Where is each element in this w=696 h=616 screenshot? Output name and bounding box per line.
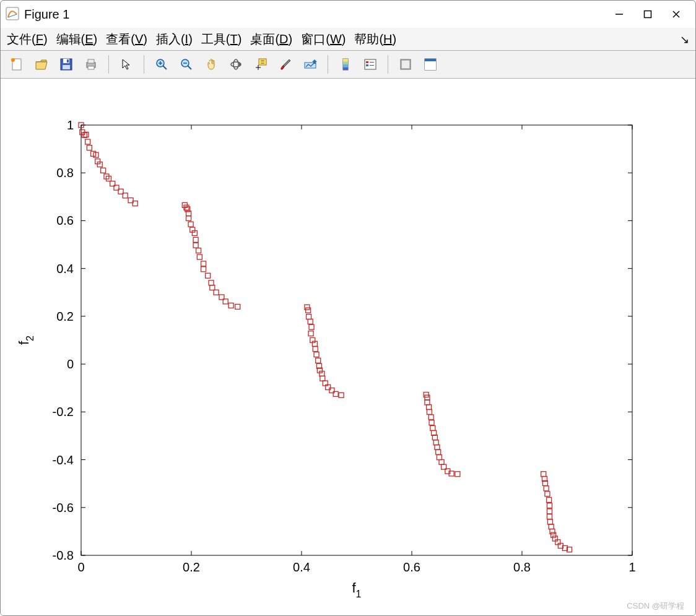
svg-rect-46: [425, 59, 436, 61]
svg-rect-47: [425, 61, 428, 70]
svg-text:f1: f1: [352, 580, 361, 599]
menu-window[interactable]: 窗口(W): [301, 31, 346, 48]
svg-text:0: 0: [77, 560, 84, 574]
menubar: 文件(F) 编辑(E) 查看(V) 插入(I) 工具(T) 桌面(D) 窗口(W…: [1, 28, 695, 51]
svg-text:0.4: 0.4: [56, 262, 74, 275]
svg-rect-39: [366, 61, 368, 63]
svg-rect-37: [343, 67, 348, 71]
svg-rect-34: [343, 59, 348, 62]
svg-point-7: [11, 58, 15, 62]
svg-text:0.2: 0.2: [183, 560, 200, 574]
close-button[interactable]: [662, 4, 690, 24]
zoom-out-icon[interactable]: [175, 53, 198, 76]
axes-panel: 00.20.40.60.81-0.8-0.6-0.4-0.200.20.40.6…: [1, 79, 695, 615]
svg-text:0.8: 0.8: [513, 560, 531, 574]
open-icon[interactable]: [30, 53, 53, 76]
axes[interactable]: 00.20.40.60.81-0.8-0.6-0.4-0.200.20.40.6…: [1, 79, 695, 615]
svg-text:0.6: 0.6: [56, 214, 74, 227]
figure-window: Figure 1 文件(F) 编辑(E) 查看(V) 插入(I) 工具(T) 桌…: [0, 0, 696, 616]
svg-rect-49: [81, 125, 632, 555]
undock-icon[interactable]: ↘: [680, 33, 689, 46]
menu-edit[interactable]: 编辑(E): [56, 31, 98, 48]
svg-text:1: 1: [629, 560, 635, 574]
link-plot-icon[interactable]: [299, 53, 321, 76]
svg-rect-10: [63, 65, 70, 69]
svg-text:0: 0: [67, 357, 74, 371]
new-figure-icon[interactable]: [6, 53, 28, 76]
svg-rect-36: [343, 64, 348, 67]
svg-rect-11: [67, 59, 69, 63]
minimize-button[interactable]: [605, 4, 633, 24]
insert-legend-icon[interactable]: [359, 53, 381, 76]
insert-colorbar-icon[interactable]: [334, 53, 357, 76]
svg-text:-0.8: -0.8: [53, 549, 74, 562]
svg-rect-35: [343, 62, 348, 65]
save-icon[interactable]: [55, 53, 77, 76]
hide-plot-tools-icon[interactable]: [394, 53, 417, 76]
svg-rect-41: [366, 64, 368, 66]
zoom-in-icon[interactable]: [150, 53, 173, 76]
svg-text:0.8: 0.8: [56, 166, 74, 180]
svg-rect-44: [402, 61, 409, 68]
menu-insert[interactable]: 插入(I): [156, 31, 193, 48]
svg-rect-14: [88, 66, 94, 69]
svg-line-16: [163, 66, 167, 70]
svg-text:f2: f2: [16, 336, 35, 345]
pointer-icon[interactable]: [115, 53, 137, 76]
menu-desktop[interactable]: 桌面(D): [250, 31, 292, 48]
pan-icon[interactable]: [200, 53, 222, 76]
print-icon[interactable]: [80, 53, 102, 76]
menu-view[interactable]: 查看(V): [106, 31, 147, 48]
svg-text:0.4: 0.4: [293, 560, 310, 574]
svg-rect-2: [645, 11, 651, 18]
svg-line-20: [188, 66, 192, 70]
svg-text:-0.2: -0.2: [53, 405, 74, 419]
svg-text:0.6: 0.6: [403, 560, 420, 574]
svg-point-23: [233, 59, 238, 69]
svg-rect-48: [428, 61, 436, 70]
rotate3d-icon[interactable]: [225, 53, 247, 76]
svg-text:0.2: 0.2: [56, 310, 74, 323]
menu-file[interactable]: 文件(F): [7, 31, 48, 48]
svg-text:-0.6: -0.6: [53, 501, 74, 514]
svg-text:-0.4: -0.4: [53, 453, 74, 467]
data-cursor-icon[interactable]: [250, 53, 272, 76]
svg-rect-13: [88, 59, 94, 63]
maximize-button[interactable]: [633, 4, 662, 24]
brush-icon[interactable]: [274, 53, 297, 76]
show-plot-tools-icon[interactable]: [419, 53, 442, 76]
toolbar: [1, 51, 695, 79]
window-title: Figure 1: [24, 7, 69, 22]
titlebar: Figure 1: [1, 1, 695, 28]
svg-text:1: 1: [67, 118, 74, 132]
menu-help[interactable]: 帮助(H): [354, 31, 396, 48]
menu-tools[interactable]: 工具(T): [201, 31, 242, 48]
app-icon: [6, 7, 19, 22]
